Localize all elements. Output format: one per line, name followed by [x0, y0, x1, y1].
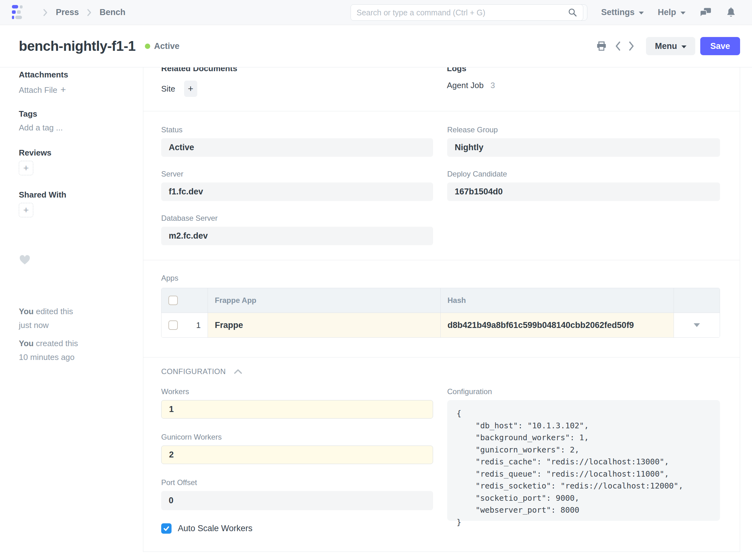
breadcrumb: Press Bench [43, 7, 125, 17]
workers-input[interactable] [161, 400, 433, 419]
select-all-checkbox[interactable] [169, 296, 178, 305]
page-actions: Menu Save [595, 37, 740, 55]
apps-table: Frappe App Hash 1 Frappe d8b421b49a8bf61… [161, 288, 720, 338]
breadcrumb-bench[interactable]: Bench [100, 7, 126, 17]
reviews-heading: Reviews [19, 148, 131, 158]
tags-heading: Tags [19, 109, 131, 119]
deploy-candidate-field[interactable]: 167b1504d0 [447, 182, 720, 201]
frappe-app-column-header: Frappe App [208, 288, 441, 313]
prev-document-icon[interactable] [613, 40, 622, 52]
form-card: Related Documents Site + Logs Agent Job … [143, 67, 740, 552]
server-label: Server [161, 169, 433, 179]
navbar-right: A Settings Help [571, 4, 736, 21]
dashboard-section: Related Documents Site + Logs Agent Job … [143, 67, 740, 111]
form-sidebar: Attachments Attach File+ Tags Add a tag … [0, 67, 143, 560]
configuration-right-column: Configuration { "db_host": "10.1.3.102",… [447, 387, 720, 534]
plus-icon: + [23, 205, 29, 215]
global-search [351, 4, 583, 21]
row-index: 1 [196, 320, 201, 330]
hash-cell[interactable]: d8b421b49a8bf61c599b048140cbb2062fed50f9 [441, 313, 674, 337]
related-documents-heading: Related Documents [161, 67, 447, 73]
add-site-button[interactable]: + [184, 81, 197, 97]
table-row-select-cell: 1 [161, 313, 208, 337]
configuration-section-toggle[interactable]: CONFIGURATION [161, 367, 719, 376]
menu-button[interactable]: Menu [646, 37, 695, 55]
database-server-field[interactable]: m2.fc.dev [161, 227, 433, 245]
plus-icon: + [23, 163, 29, 174]
status-indicator-label: Active [154, 41, 179, 51]
auto-scale-workers-row: Auto Scale Workers [161, 523, 433, 534]
database-server-label: Database Server [161, 214, 433, 223]
logs-column: Logs Agent Job 3 [447, 67, 719, 111]
configuration-section: CONFIGURATION Workers Gunicorn Workers [143, 357, 740, 552]
attach-file-button[interactable]: Attach File+ [19, 85, 131, 95]
chevron-down-icon [680, 12, 686, 15]
row-checkbox[interactable] [169, 320, 178, 330]
created-info: You created this 10 minutes ago [19, 336, 131, 364]
status-field[interactable]: Active [161, 138, 433, 157]
app-logo-icon[interactable] [12, 5, 23, 20]
related-documents-column: Related Documents Site + [161, 67, 447, 111]
attachments-heading: Attachments [19, 69, 131, 80]
auto-scale-workers-checkbox[interactable] [161, 523, 172, 534]
configuration-json-block: { "db_host": "10.1.3.102", "background_w… [447, 400, 720, 521]
server-field[interactable]: f1.fc.dev [161, 182, 433, 201]
chevron-down-icon [694, 323, 700, 327]
site-link[interactable]: Site [161, 84, 175, 94]
deploy-candidate-label: Deploy Candidate [447, 169, 720, 179]
select-all-header-cell [161, 288, 208, 313]
hash-column-header: Hash [441, 288, 674, 313]
release-group-label: Release Group [447, 125, 720, 135]
plus-icon: + [188, 83, 194, 94]
breadcrumb-press[interactable]: Press [56, 7, 79, 17]
title-area: bench-nightly-f1-1 Active [19, 38, 179, 54]
details-right-column: Release Group Nightly Deploy Candidate 1… [447, 125, 720, 260]
port-offset-label: Port Offset [161, 478, 433, 487]
row-expand-cell[interactable] [674, 313, 720, 337]
status-indicator: Active [145, 41, 179, 51]
gunicorn-workers-input[interactable] [161, 445, 433, 464]
notifications-bell-icon[interactable] [726, 7, 736, 18]
configuration-section-heading: CONFIGURATION [161, 367, 226, 376]
workers-label: Workers [161, 387, 433, 396]
configuration-left-column: Workers Gunicorn Workers Port Offset 0 [161, 387, 433, 534]
apps-section: Apps Frappe App Hash 1 Frappe d8b421b49a… [143, 260, 740, 357]
agent-job-count: 3 [491, 81, 495, 90]
page-body: Attachments Attach File+ Tags Add a tag … [0, 67, 752, 560]
release-group-field[interactable]: Nightly [447, 138, 720, 157]
actions-column-header [674, 288, 720, 313]
port-offset-field[interactable]: 0 [161, 491, 433, 510]
status-dot-icon [145, 44, 150, 49]
search-input[interactable] [357, 8, 568, 17]
frappe-app-cell[interactable]: Frappe [208, 313, 441, 337]
chat-icon[interactable] [699, 7, 712, 18]
add-review-button[interactable]: + [19, 161, 33, 175]
page-head: bench-nightly-f1-1 Active Menu Save [0, 25, 752, 67]
add-share-button[interactable]: + [19, 203, 33, 217]
add-tag-input[interactable]: Add a tag ... [19, 123, 131, 133]
shared-with-heading: Shared With [19, 190, 131, 200]
next-document-icon[interactable] [627, 40, 636, 52]
sidebar-timeline: You edited this just now You created thi… [19, 304, 131, 364]
save-button[interactable]: Save [700, 37, 740, 55]
details-left-column: Status Active Server f1.fc.dev Database … [161, 125, 433, 260]
configuration-json-content: { "db_host": "10.1.3.102", "background_w… [457, 407, 711, 528]
settings-menu[interactable]: Settings [601, 7, 644, 17]
chevron-up-icon [234, 369, 242, 374]
chevron-right-icon [43, 9, 48, 16]
page-title: bench-nightly-f1-1 [19, 38, 136, 54]
apps-section-label: Apps [161, 274, 719, 283]
details-section: Status Active Server f1.fc.dev Database … [143, 111, 740, 260]
gunicorn-workers-label: Gunicorn Workers [161, 433, 433, 442]
logs-heading: Logs [447, 67, 719, 73]
agent-job-link[interactable]: Agent Job [447, 81, 483, 90]
status-label: Status [161, 125, 433, 135]
configuration-json-label: Configuration [447, 387, 720, 396]
chevron-down-icon [681, 45, 687, 48]
help-menu[interactable]: Help [658, 7, 686, 17]
search-icon[interactable] [568, 8, 577, 17]
chevron-down-icon [639, 12, 644, 15]
navbar: Press Bench A Settings Help [0, 0, 752, 25]
print-icon[interactable] [595, 40, 608, 53]
like-heart-icon[interactable] [19, 254, 131, 267]
